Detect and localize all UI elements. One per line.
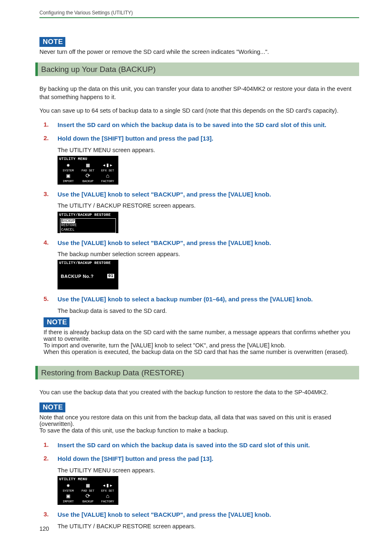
step-body: The UTILITY MENU screen appears.: [58, 146, 359, 154]
running-header: Configuring the Various Settings (UTILIT…: [39, 10, 359, 18]
step-body: The backup data is saved to the SD card.: [58, 307, 359, 315]
lcd-utility-menu: UTILITY MENU ✸▦◂▮▸ SYSTEMPAD SETEFX SET …: [58, 156, 118, 185]
page-number: 120: [39, 525, 49, 532]
step-title: Use the [VALUE] knob to select "BACKUP",…: [58, 190, 271, 199]
step-title: Use the [VALUE] knob to select a backup …: [58, 295, 313, 303]
step-body: The UTILITY MENU screen appears.: [58, 466, 359, 474]
step-number: 3.: [44, 511, 58, 518]
step: 1. Insert the SD card on which the backu…: [44, 441, 359, 449]
step: 3. Use the [VALUE] knob to select "BACKU…: [44, 190, 359, 233]
note-text: Note that once you restore data on this …: [39, 414, 359, 434]
note-block-restore: NOTE Note that once you restore data on …: [39, 402, 359, 434]
step-number: 1.: [44, 121, 58, 128]
step-title: Insert the SD card on which the backup d…: [58, 441, 310, 449]
step-body: The UTILITY / BACKUP RESTORE screen appe…: [58, 522, 359, 530]
note-badge: NOTE: [39, 402, 65, 412]
heading-restore: Restoring from Backup Data (RESTORE): [35, 366, 359, 379]
note-block-intro: NOTE Never turn off the power or remove …: [39, 37, 359, 55]
step-body: The UTILITY / BACKUP RESTORE screen appe…: [58, 201, 359, 210]
step: 1. Insert the SD card on which the backu…: [44, 121, 359, 129]
lcd-backup-restore: UTILITY/BACKUP RESTORE BACKUPRESTORECANC…: [58, 212, 118, 233]
step-number: 5.: [44, 295, 58, 302]
lcd-backup-number: UTILITY/BACKUP RESTORE BACKUP No.? 01: [58, 260, 118, 289]
step-number: 4.: [44, 239, 58, 246]
step-body: The backup number selection screen appea…: [58, 250, 359, 258]
step-title: Use the [VALUE] knob to select "BACKUP",…: [58, 511, 271, 519]
step-title: Hold down the [SHIFT] button and press t…: [58, 455, 213, 463]
restore-steps: 1. Insert the SD card on which the backu…: [44, 441, 359, 530]
step-title: Hold down the [SHIFT] button and press t…: [58, 134, 213, 143]
note-text: Never turn off the power or remove the S…: [39, 49, 359, 55]
heading-backup: Backing up Your Data (BACKUP): [35, 62, 359, 76]
step-number: 3.: [44, 190, 58, 197]
step-title: Insert the SD card on which the backup d…: [58, 121, 326, 129]
step: 2. Hold down the [SHIFT] button and pres…: [44, 455, 359, 505]
step: 4. Use the [VALUE] knob to select "BACKU…: [44, 239, 359, 290]
note-text: If there is already backup data on the S…: [44, 329, 359, 355]
note-badge: NOTE: [44, 317, 69, 327]
step-number: 1.: [44, 441, 58, 448]
lcd-utility-menu: UTILITY MENU ✸▦◂▮▸ SYSTEMPAD SETEFX SET …: [58, 476, 118, 505]
step: 2. Hold down the [SHIFT] button and pres…: [44, 134, 359, 185]
backup-para1: By backing up the data on this unit, you…: [39, 85, 359, 101]
step: 3. Use the [VALUE] knob to select "BACKU…: [44, 511, 359, 530]
step-title: Use the [VALUE] knob to select "BACKUP",…: [58, 239, 271, 247]
restore-para1: You can use the backup data that you cre…: [39, 388, 359, 397]
step-number: 2.: [44, 134, 58, 141]
step: 5. Use the [VALUE] knob to select a back…: [44, 295, 359, 355]
note-badge: NOTE: [39, 37, 65, 47]
step-number: 2.: [44, 455, 58, 462]
backup-para2: You can save up to 64 sets of backup dat…: [39, 107, 359, 115]
backup-steps: 1. Insert the SD card on which the backu…: [44, 121, 359, 356]
